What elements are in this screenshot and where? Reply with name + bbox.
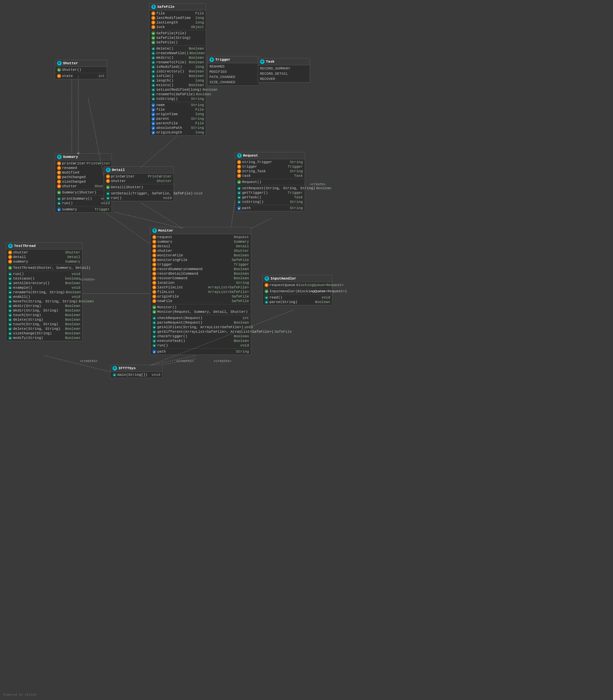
safefile-header: C SafeFile	[149, 3, 206, 11]
field-icon: f	[237, 165, 241, 169]
field-icon: f	[152, 290, 156, 294]
method-icon: m	[8, 266, 12, 270]
table-row: m modify(String) Boolean	[6, 336, 82, 340]
method-icon: m	[264, 295, 269, 300]
field-icon: f	[106, 179, 110, 183]
svg-line-18	[150, 356, 196, 365]
svg-line-3	[104, 212, 151, 245]
method-icon: m	[57, 201, 61, 205]
inputhandler-icon: C	[264, 276, 269, 281]
trigger-icon: e	[209, 57, 214, 62]
method-icon: m	[152, 334, 156, 338]
trigger-title: Trigger	[215, 58, 230, 62]
task-title: Task	[266, 60, 274, 64]
table-row: m touch(String, String) Boolean	[6, 322, 82, 327]
method-icon: m	[8, 336, 12, 340]
method-icon: m	[8, 286, 12, 290]
method-icon: m	[152, 330, 156, 334]
uml-diagram: C SafeFile f file File f lastModifiedTim…	[0, 0, 613, 700]
table-row: m run() void	[55, 201, 112, 206]
table-row: f lastFileList ArrayList<SafeFile>	[151, 285, 251, 290]
table-row: m testcase() boolean	[6, 276, 82, 281]
table-row: f task Task	[235, 173, 305, 178]
table-row: f sizeChanged int	[55, 180, 112, 184]
table-row: m isDirectory() Boolean	[149, 69, 206, 74]
table-row: f trigger Trigger	[235, 164, 305, 169]
task-val2: RECORD_DETAIL	[258, 71, 310, 76]
field-icon: f	[237, 174, 241, 178]
iftttSys-icon: C	[113, 366, 117, 371]
method-icon: m	[152, 60, 155, 64]
detail-methods: m setDetail(Trigger, SafeFile, SafeFile)…	[104, 190, 173, 201]
svg-line-22	[140, 202, 183, 228]
field-icon: f	[152, 16, 155, 20]
testthread-header: C TestThread	[6, 243, 82, 250]
inputhandler-title: InputHandler	[271, 277, 296, 280]
table-row: f fileList ArrayList<SafeFile>	[151, 290, 251, 294]
field-icon: f	[57, 175, 61, 179]
table-row: p absolutePath String	[149, 126, 206, 130]
trigger-val4: SIZE_CHANGED	[208, 80, 259, 85]
field-icon: f	[57, 166, 61, 170]
method-icon: m	[152, 51, 155, 55]
method-icon: m	[8, 304, 12, 308]
field-icon: f	[152, 281, 156, 285]
method-icon: m	[106, 185, 110, 189]
table-row: f request Request	[151, 235, 251, 239]
request-methods: m setRequest(String, String, String) Boo…	[235, 185, 305, 205]
safefile-title: SafeFile	[157, 5, 174, 9]
table-row: f renamed int	[55, 166, 112, 170]
monitor-class: C Monitor f request Request f summary Su…	[150, 227, 251, 355]
table-row: m renameTo(File) Boolean	[149, 60, 206, 65]
field-icon: f	[57, 161, 61, 166]
table-row: f string_Task String	[235, 169, 305, 173]
field-icon: f	[8, 255, 12, 259]
prop-icon: p	[152, 350, 156, 354]
table-row: f requestQueue BlockingQueue<Request>	[263, 283, 332, 287]
table-row: m mkdir(String, String) Boolean	[6, 308, 82, 313]
safefile-properties: p name String p file File p originTime l…	[149, 102, 206, 135]
table-row: m delete() Boolean	[149, 46, 206, 51]
field-icon: f	[152, 272, 156, 276]
svg-text:«creates»: «creates»	[176, 359, 194, 363]
table-row: f trigger Trigger	[151, 262, 251, 267]
request-properties: p path String	[235, 205, 305, 211]
prop-icon: p	[152, 117, 155, 121]
method-icon: m	[152, 310, 156, 314]
prop-icon: p	[237, 206, 241, 210]
table-row: f modified int	[55, 170, 112, 175]
method-icon: m	[152, 325, 156, 329]
table-row: f lock Object	[149, 25, 206, 29]
table-row: m printSummary() void	[55, 196, 112, 201]
safefile-icon: C	[152, 4, 156, 9]
table-row: m run() void	[151, 343, 251, 348]
field-icon: f	[57, 180, 61, 184]
method-icon: m	[57, 68, 61, 72]
request-constructor: m Request()	[235, 179, 305, 185]
table-row: f recoverCommand Boolean	[151, 276, 251, 280]
svg-line-9	[140, 135, 178, 168]
method-icon: m	[8, 313, 12, 317]
safefile-methods: m delete() Boolean m createNewFile() Boo…	[149, 46, 206, 102]
field-icon: f	[237, 160, 241, 164]
field-icon: f	[152, 244, 156, 248]
svg-line-17	[44, 356, 110, 372]
table-row: m endAll() void	[6, 294, 82, 299]
method-icon: m	[152, 65, 155, 69]
table-row: f recordSummaryCommmand Boolean	[151, 267, 251, 272]
table-row: f recordDetailCommand Boolean	[151, 272, 251, 276]
table-row: m parse(String) Boolean	[263, 300, 332, 304]
table-row: p parent String	[149, 117, 206, 121]
task-icon: e	[260, 60, 264, 64]
field-icon: f	[152, 263, 156, 266]
method-icon: m	[8, 290, 12, 294]
table-row: m run() void	[104, 196, 173, 200]
table-row: f detail Detail	[151, 244, 251, 249]
table-row: f originFile SafeFile	[151, 294, 251, 299]
prop-icon: p	[152, 126, 155, 130]
iftttSys-class: C IFTTTSys m main(String[]) void	[110, 365, 162, 378]
iftttSys-methods: m main(String[]) void	[110, 372, 162, 378]
table-row: m mkdir(String) Boolean	[6, 304, 82, 308]
shutter-class: C Shutter m Shutter() f state int	[55, 60, 107, 79]
table-row: m example() void	[6, 286, 82, 290]
